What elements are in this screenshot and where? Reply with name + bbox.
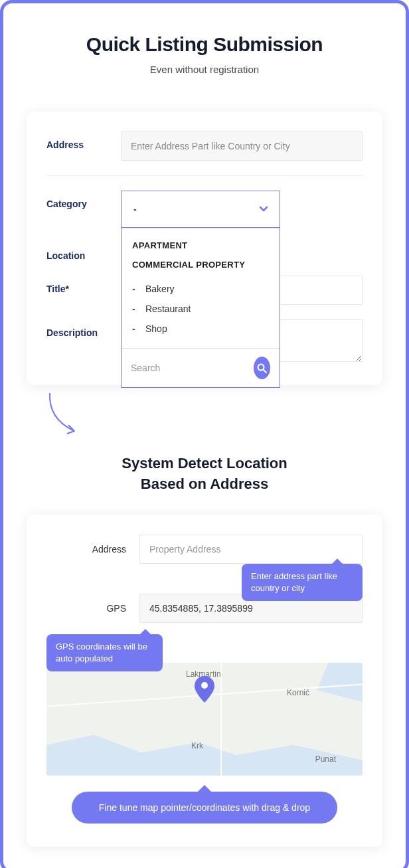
category-group[interactable]: COMMERCIAL PROPERTY xyxy=(132,260,269,270)
map-label: Kornić xyxy=(287,688,309,697)
gps-label: GPS xyxy=(46,603,139,614)
category-dropdown-panel: APARTMENT COMMERCIAL PROPERTY -Bakery -R… xyxy=(121,228,280,388)
page-subtitle: Even without registration xyxy=(27,64,382,75)
category-option-label: Bakery xyxy=(145,284,175,294)
category-option[interactable]: -Shop xyxy=(132,319,269,339)
category-group[interactable]: APARTMENT xyxy=(132,240,269,250)
location-label: Location xyxy=(46,242,121,261)
map-widget[interactable]: Lakmartin Kornić Krk Punat xyxy=(46,663,363,776)
map-pin-icon[interactable] xyxy=(195,676,214,705)
address-tooltip: Enter address part like country or city xyxy=(242,564,363,601)
location-card: Address Enter address part like country … xyxy=(27,515,382,847)
page-title: Quick Listing Submission xyxy=(27,33,382,56)
search-icon xyxy=(257,363,267,373)
category-option-label: Shop xyxy=(145,323,167,334)
category-option[interactable]: -Restaurant xyxy=(132,299,269,319)
description-label: Description xyxy=(46,319,121,338)
category-search-button[interactable] xyxy=(254,357,270,379)
arrow-decoration xyxy=(37,392,90,442)
category-option-label: Restaurant xyxy=(145,304,191,314)
category-select[interactable]: - xyxy=(121,191,280,228)
map-label: Punat xyxy=(315,754,336,764)
map-label: Krk xyxy=(191,741,203,750)
address2-label: Address xyxy=(46,544,139,555)
svg-point-2 xyxy=(201,682,208,689)
map-tooltip-pill: Fine tune map pointer/coordinates with d… xyxy=(72,792,337,824)
address-input[interactable] xyxy=(121,131,363,161)
category-value: - xyxy=(133,204,137,215)
category-search-input[interactable] xyxy=(131,363,247,373)
title-label: Title* xyxy=(46,276,121,294)
listing-form-card: Address Category - APARTMENT COMMERCIAL … xyxy=(27,112,382,385)
category-option[interactable]: -Bakery xyxy=(132,279,269,299)
property-address-input[interactable] xyxy=(139,535,363,564)
section-title: System Detect Location Based on Address xyxy=(27,454,382,495)
gps-tooltip: GPS coordinates will be auto populated xyxy=(46,634,163,671)
svg-line-1 xyxy=(264,370,266,373)
chevron-down-icon xyxy=(260,205,268,214)
svg-point-0 xyxy=(258,364,264,370)
address-label: Address xyxy=(46,131,121,150)
category-label: Category xyxy=(46,191,121,209)
